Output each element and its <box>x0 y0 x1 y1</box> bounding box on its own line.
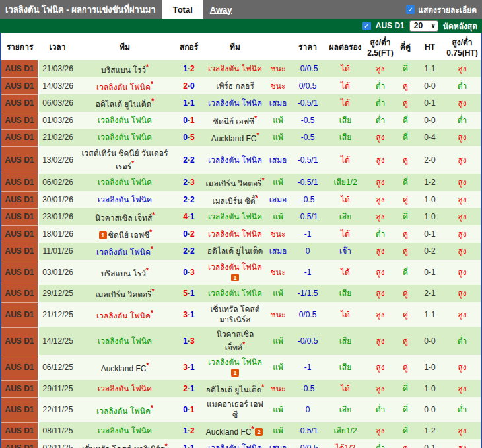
handicap-value: -0.5 <box>301 384 315 393</box>
away-team[interactable]: เวลลิงตัน โฟนิค <box>205 439 265 448</box>
match-count-select[interactable]: 20 ∨ <box>409 20 438 32</box>
away-team[interactable]: เวลลิงตัน โฟนิค <box>205 225 265 243</box>
home-team[interactable]: เวลลิงตัน โฟนิค <box>77 380 173 397</box>
home-team[interactable]: เวลลิงตัน โฟนิค* <box>77 77 173 94</box>
away-team[interactable]: ซิดนีย์ เอฟซี* <box>205 112 265 129</box>
away-team[interactable]: Auckland FC* <box>205 129 265 146</box>
home-team[interactable]: เวลลิงตัน โฟนิค <box>77 112 173 129</box>
home-team[interactable]: บริสแบน โรว์* <box>77 60 173 77</box>
tab-total[interactable]: Total <box>162 0 203 19</box>
away-team-name: Auckland FC <box>206 428 252 437</box>
asterisk-marker: * <box>251 426 254 433</box>
odd-even-cell: คี่ <box>395 129 416 146</box>
column-header: รายการ <box>1 33 38 60</box>
home-team-name: เวลลิงตัน โฟนิค <box>98 195 152 204</box>
date-cell: 29/12/25 <box>38 285 77 302</box>
home-team[interactable]: 1ซิดนีย์ เอฟซี* <box>77 225 173 243</box>
away-team[interactable]: เวลลิงตัน โฟนิค <box>205 60 265 77</box>
away-team[interactable]: เมลเบิร์น วิคตอรี่* <box>205 174 265 191</box>
home-team-name: เวลลิงตัน โฟนิค <box>96 83 151 92</box>
over-under-ft-cell: ต่ำ <box>366 77 395 94</box>
result-cell: แพ้ <box>265 174 291 191</box>
chevron-down-icon: ∨ <box>430 22 435 29</box>
red-card-icon: 1 <box>99 231 107 239</box>
home-team[interactable]: เซ็นทรัล โคสต์ มาริเนิร์ส* <box>77 439 173 448</box>
ht-score-cell: 1-2 <box>416 174 444 191</box>
score-cell: 0-5 <box>173 129 205 146</box>
result-text: เสมอ <box>269 155 287 165</box>
away-score: 5 <box>190 133 195 142</box>
home-team[interactable]: เวลลิงตัน โฟนิค <box>77 129 173 146</box>
odd-even-text: คี่ <box>403 116 408 125</box>
tab-away[interactable]: Away <box>203 0 239 19</box>
home-score: 4 <box>183 212 188 221</box>
handicap-cell: 0/0.5 <box>291 302 325 327</box>
home-team[interactable]: เวลลิงตัน โฟนิค* <box>77 397 173 422</box>
handicap-value: -0.5 <box>301 195 315 204</box>
handicap-cell: -0.5 <box>291 112 325 129</box>
home-team[interactable]: เวลลิงตัน โฟนิค <box>77 327 173 355</box>
show-details-checkbox[interactable]: ✓ <box>406 5 415 14</box>
home-team[interactable]: เวสต์เทิร์น ซิดนีย์ วันเดอร์เรอร์* <box>77 146 173 174</box>
away-team[interactable]: อดิไลเด้ ยูไนเต็ด <box>205 243 265 260</box>
home-team[interactable]: เมลเบิร์น วิคตอรี่* <box>77 285 173 302</box>
away-score: 1 <box>190 289 195 298</box>
away-team[interactable]: เซ็นทรัล โคสต์ มาริเนิร์ส <box>205 302 265 327</box>
home-team[interactable]: เวลลิงตัน โฟนิค <box>77 174 173 191</box>
home-team[interactable]: อดิไลเด้ ยูไนเต็ด* <box>77 94 173 112</box>
match-row: AUS D106/12/25Auckland FC*3-1เวลลิงตัน โ… <box>1 355 481 380</box>
over-under-ht-text: สูง <box>458 310 466 319</box>
away-team[interactable]: เมลเบิร์น ซิตี้* <box>205 191 265 208</box>
home-team[interactable]: เวลลิงตัน โฟนิค <box>77 191 173 208</box>
handicap-result-cell: เสีย <box>325 112 366 129</box>
date-cell: 13/02/26 <box>38 146 77 174</box>
asterisk-marker: * <box>261 383 264 391</box>
home-team[interactable]: Auckland FC* <box>77 355 173 380</box>
away-team-name: อดิไลเด้ ยูไนเต็ด <box>207 246 263 256</box>
handicap-result-cell: เสีย <box>325 397 366 422</box>
date-cell: 11/01/26 <box>38 243 77 260</box>
handicap-result-cell: ได้ <box>325 191 366 208</box>
over-under-ft-cell: สูง <box>366 174 395 191</box>
over-under-ht-text: สูง <box>458 443 466 448</box>
home-team[interactable]: เวลลิงตัน โฟนิค <box>77 422 173 439</box>
league-filter-checkbox[interactable]: ✓ <box>362 22 371 30</box>
home-team-name: เวลลิงตัน โฟนิค <box>96 248 151 257</box>
asterisk-marker: * <box>262 177 265 184</box>
away-team[interactable]: เวลลิงตัน โฟนิค <box>205 285 265 302</box>
away-team[interactable]: เวลลิงตัน โฟนิค <box>205 208 265 225</box>
league-cell: AUS D1 <box>1 285 38 302</box>
away-team[interactable]: เวลลิงตัน โฟนิค1 <box>205 355 265 380</box>
over-under-ft-cell: ต่ำ <box>366 94 395 112</box>
away-team[interactable]: นิวคาสเซิล เจ็ทส์* <box>205 327 265 355</box>
home-team[interactable]: เวลลิงตัน โฟนิค* <box>77 302 173 327</box>
away-team[interactable]: แมคอาเธอร์ เอฟซี <box>205 397 265 422</box>
league-cell: AUS D1 <box>1 243 38 260</box>
away-team[interactable]: เวลลิงตัน โฟนิค <box>205 94 265 112</box>
match-row: AUS D113/02/26เวสต์เทิร์น ซิดนีย์ วันเดอ… <box>1 146 481 174</box>
asterisk-marker: * <box>256 132 259 139</box>
result-text: ชนะ <box>271 268 286 277</box>
match-table-header-row: รายการเวลาทีมสกอร์ทีมราคาผลต่อรองสูง/ต่ำ… <box>1 33 481 60</box>
away-team[interactable]: Auckland FC*2 <box>205 422 265 439</box>
home-team[interactable]: นิวคาสเซิล เจ็ทส์* <box>77 208 173 225</box>
over-under-ft-cell: สูง <box>366 243 395 260</box>
away-team[interactable]: เวลลิงตัน โฟนิค1 <box>205 260 265 285</box>
odd-even-cell: คู่ <box>395 94 416 112</box>
over-under-ht-text: สูง <box>458 133 466 142</box>
home-team[interactable]: บริสแบน โรว์* <box>77 260 173 285</box>
over-under-ht-text: สูง <box>458 195 466 204</box>
over-under-ft-text: สูง <box>376 384 384 393</box>
over-under-ht-text: ต่ำ <box>458 81 467 91</box>
away-team[interactable]: เพิร์ธ กลอรี <box>205 77 265 94</box>
handicap-cell: -0.5 <box>291 191 325 208</box>
away-team[interactable]: เวลลิงตัน โฟนิค <box>205 146 265 174</box>
home-team[interactable]: เวลลิงตัน โฟนิค* <box>77 243 173 260</box>
handicap-value: -0.5/1 <box>298 178 318 187</box>
score-cell: 2-2 <box>173 191 205 208</box>
away-team[interactable]: อดิไลเด้ ยูไนเต็ด* <box>205 380 265 397</box>
handicap-value: -0/0.5 <box>298 336 318 346</box>
odd-even-text: คู่ <box>403 363 408 372</box>
handicap-result-text: เสีย <box>339 289 351 298</box>
match-row: AUS D129/12/25เมลเบิร์น วิคตอรี่*5-1เวลล… <box>1 285 481 302</box>
